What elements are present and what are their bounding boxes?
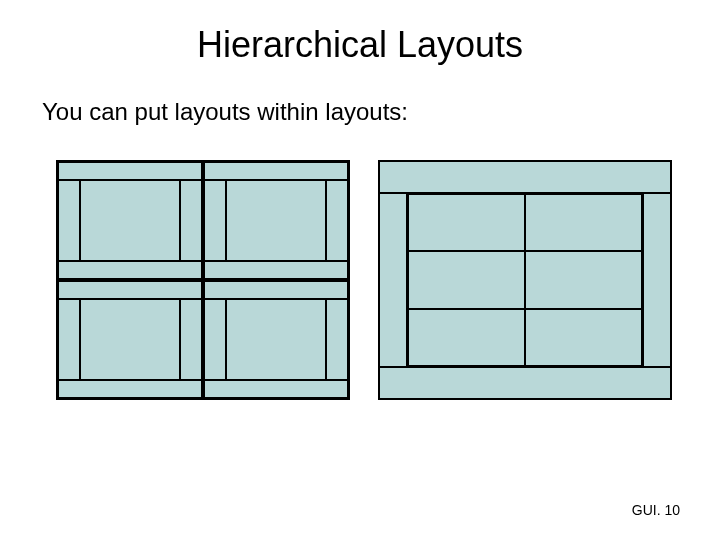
- panel-north: [58, 281, 202, 299]
- grid-cell: [408, 251, 525, 308]
- grid-cell: [525, 194, 642, 251]
- slide-subtitle: You can put layouts within layouts:: [42, 98, 408, 126]
- center-grid: [407, 193, 643, 367]
- right-diagram: [378, 160, 672, 400]
- diagram-area: [56, 160, 672, 400]
- panel-south: [204, 380, 348, 398]
- panel-east: [180, 180, 202, 261]
- slide-footer: GUI. 10: [632, 502, 680, 518]
- panel-north: [58, 162, 202, 180]
- left-cell-top-left: [57, 161, 203, 280]
- left-outer-grid: [57, 161, 349, 399]
- grid-cell: [525, 309, 642, 366]
- panel-center: [80, 299, 180, 380]
- panel-north: [379, 161, 671, 193]
- left-diagram: [56, 160, 350, 400]
- panel-north: [204, 162, 348, 180]
- panel-south: [58, 261, 202, 279]
- panel-west: [204, 299, 226, 380]
- panel-east: [643, 193, 671, 367]
- panel-west: [58, 299, 80, 380]
- panel-south: [379, 367, 671, 399]
- panel-south: [58, 380, 202, 398]
- panel-center: [80, 180, 180, 261]
- left-cell-bottom-right: [203, 280, 349, 399]
- grid-cell: [408, 309, 525, 366]
- grid-cell: [525, 251, 642, 308]
- right-border-layout: [379, 161, 671, 399]
- slide-title: Hierarchical Layouts: [0, 24, 720, 66]
- panel-center: [226, 180, 326, 261]
- left-cell-bottom-left: [57, 280, 203, 399]
- panel-east: [326, 299, 348, 380]
- panel-east: [180, 299, 202, 380]
- panel-west: [58, 180, 80, 261]
- panel-north: [204, 281, 348, 299]
- panel-south: [204, 261, 348, 279]
- panel-center: [226, 299, 326, 380]
- panel-west: [379, 193, 407, 367]
- left-cell-top-right: [203, 161, 349, 280]
- panel-west: [204, 180, 226, 261]
- panel-east: [326, 180, 348, 261]
- grid-cell: [408, 194, 525, 251]
